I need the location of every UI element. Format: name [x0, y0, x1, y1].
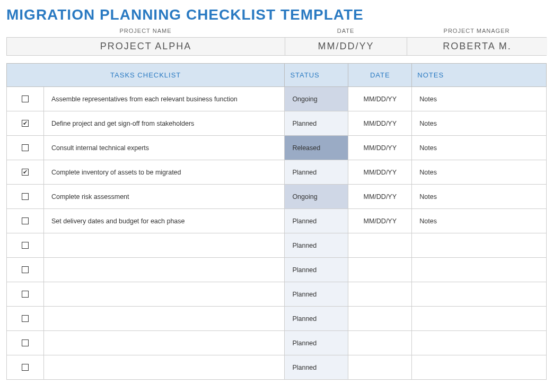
notes-cell[interactable]: [412, 233, 546, 257]
task-checkbox[interactable]: [22, 242, 29, 249]
notes-cell[interactable]: [412, 307, 546, 330]
task-checkbox[interactable]: [22, 291, 29, 298]
task-text[interactable]: [44, 282, 284, 306]
table-row: Planned: [7, 307, 547, 331]
task-checkbox[interactable]: ✔: [22, 120, 29, 127]
task-text[interactable]: Define project and get sign-off from sta…: [44, 111, 284, 135]
status-cell[interactable]: Planned: [285, 160, 348, 184]
status-cell[interactable]: Planned: [285, 307, 348, 330]
status-cell[interactable]: Planned: [285, 258, 348, 282]
notes-cell[interactable]: [412, 282, 546, 306]
task-text[interactable]: Assemble representatives from each relev…: [44, 87, 284, 111]
table-row: Planned: [7, 331, 547, 355]
task-text[interactable]: Complete risk assessment: [44, 185, 284, 208]
label-date: DATE: [285, 25, 407, 36]
value-project-name[interactable]: PROJECT ALPHA: [7, 38, 285, 55]
status-cell[interactable]: Planned: [285, 355, 348, 379]
task-checkbox[interactable]: [22, 266, 29, 273]
date-cell[interactable]: [348, 282, 411, 306]
table-row: Set delivery dates and budget for each p…: [7, 209, 547, 233]
table-row: Planned: [7, 355, 547, 380]
status-cell[interactable]: Planned: [285, 282, 348, 306]
notes-cell[interactable]: Notes: [412, 136, 546, 160]
date-cell[interactable]: MM/DD/YY: [348, 111, 411, 135]
status-cell[interactable]: Planned: [285, 233, 348, 257]
task-text[interactable]: [44, 233, 284, 257]
date-cell[interactable]: [348, 233, 411, 257]
task-checkbox[interactable]: ✔: [22, 169, 29, 176]
status-cell[interactable]: Planned: [285, 331, 348, 355]
date-cell[interactable]: MM/DD/YY: [348, 136, 411, 160]
status-cell[interactable]: Released: [285, 136, 348, 160]
date-cell[interactable]: [348, 331, 411, 355]
task-checkbox[interactable]: [22, 217, 29, 224]
task-checkbox[interactable]: [22, 364, 29, 371]
checklist-table: TASKS CHECKLIST STATUS DATE NOTES Assemb…: [6, 63, 547, 380]
table-row: Planned: [7, 258, 547, 282]
task-checkbox[interactable]: [22, 144, 29, 151]
label-project-manager: PROJECT MANAGER: [407, 25, 547, 36]
header-tasks: TASKS CHECKLIST: [7, 64, 285, 87]
status-cell[interactable]: Planned: [285, 111, 348, 135]
table-row: Planned: [7, 282, 547, 307]
task-text[interactable]: [44, 307, 284, 330]
value-project-manager[interactable]: ROBERTA M.: [407, 38, 547, 55]
task-text[interactable]: [44, 331, 284, 355]
label-project-name: PROJECT NAME: [6, 25, 285, 36]
notes-cell[interactable]: [412, 331, 546, 355]
table-row: ✔Define project and get sign-off from st…: [7, 111, 547, 136]
value-date[interactable]: MM/DD/YY: [285, 38, 407, 55]
date-cell[interactable]: MM/DD/YY: [348, 209, 411, 233]
task-text[interactable]: [44, 258, 284, 282]
date-cell[interactable]: MM/DD/YY: [348, 160, 411, 184]
notes-cell[interactable]: Notes: [412, 160, 546, 184]
notes-cell[interactable]: Notes: [412, 111, 546, 135]
header-date: DATE: [348, 64, 412, 87]
table-row: Planned: [7, 233, 547, 258]
task-checkbox[interactable]: [22, 339, 29, 346]
notes-cell[interactable]: [412, 355, 546, 379]
date-cell[interactable]: MM/DD/YY: [348, 185, 411, 208]
notes-cell[interactable]: Notes: [412, 185, 546, 208]
notes-cell[interactable]: Notes: [412, 87, 546, 111]
task-text[interactable]: Complete inventory of assets to be migra…: [44, 160, 284, 184]
task-text[interactable]: Consult internal technical experts: [44, 136, 284, 160]
status-cell[interactable]: Planned: [285, 209, 348, 233]
table-row: Assemble representatives from each relev…: [7, 87, 547, 111]
table-row: Complete risk assessmentOngoingMM/DD/YYN…: [7, 185, 547, 209]
table-row: Consult internal technical expertsReleas…: [7, 136, 547, 160]
status-cell[interactable]: Ongoing: [285, 87, 348, 111]
task-checkbox[interactable]: [22, 193, 29, 200]
page-title: MIGRATION PLANNING CHECKLIST TEMPLATE: [6, 6, 547, 23]
task-checkbox[interactable]: [22, 95, 29, 102]
date-cell[interactable]: MM/DD/YY: [348, 87, 411, 111]
date-cell[interactable]: [348, 258, 411, 282]
table-row: ✔Complete inventory of assets to be migr…: [7, 160, 547, 185]
meta-labels-row: PROJECT NAME DATE PROJECT MANAGER: [6, 25, 547, 36]
notes-cell[interactable]: [412, 258, 546, 282]
header-notes: NOTES: [412, 64, 547, 87]
notes-cell[interactable]: Notes: [412, 209, 546, 233]
header-status: STATUS: [285, 64, 348, 87]
date-cell[interactable]: [348, 355, 411, 379]
task-checkbox[interactable]: [22, 315, 29, 322]
meta-values-row: PROJECT ALPHA MM/DD/YY ROBERTA M.: [6, 37, 547, 56]
task-text[interactable]: [44, 355, 284, 379]
date-cell[interactable]: [348, 307, 411, 330]
task-text[interactable]: Set delivery dates and budget for each p…: [44, 209, 284, 233]
status-cell[interactable]: Ongoing: [285, 185, 348, 208]
